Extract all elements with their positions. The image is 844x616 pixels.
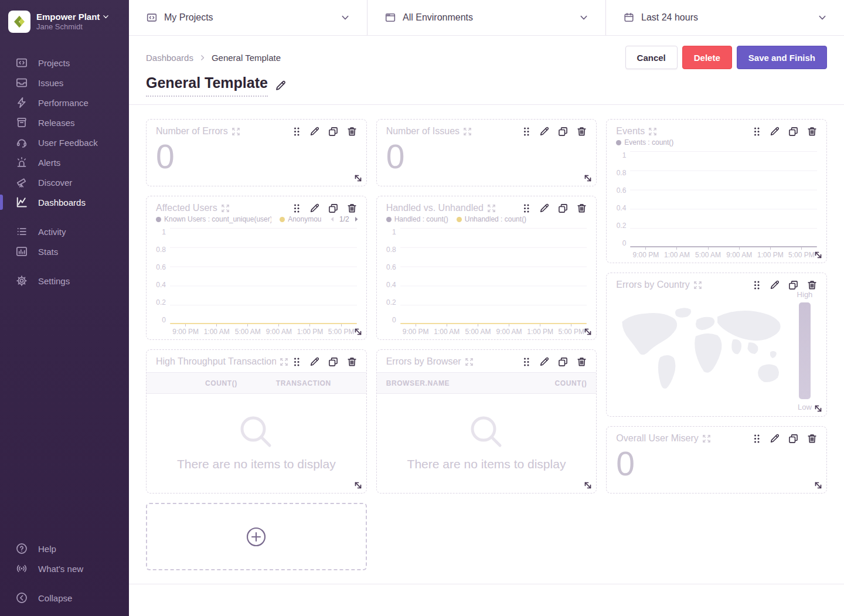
drag-handle-icon[interactable] xyxy=(753,280,761,290)
duplicate-widget-icon[interactable] xyxy=(558,203,568,213)
sidebar-item-whats-new[interactable]: What's new xyxy=(0,559,129,578)
edit-widget-icon[interactable] xyxy=(770,127,780,137)
edit-widget-icon[interactable] xyxy=(539,357,549,367)
delete-button[interactable]: Delete xyxy=(682,46,732,69)
drag-handle-icon[interactable] xyxy=(292,127,301,137)
expand-icon[interactable] xyxy=(280,358,288,366)
duplicate-widget-icon[interactable] xyxy=(558,127,568,137)
column-header[interactable]: COUNT() xyxy=(205,379,237,387)
edit-title-pencil-icon[interactable] xyxy=(275,80,286,91)
legend-item[interactable]: Known Users : count_unique(user) xyxy=(156,215,271,223)
environment-filter[interactable]: All Environments xyxy=(367,0,605,35)
sidebar-collapse-button[interactable]: Collapse xyxy=(0,588,129,608)
edit-widget-icon[interactable] xyxy=(539,127,549,137)
resize-handle-icon[interactable] xyxy=(583,173,593,183)
delete-widget-icon[interactable] xyxy=(807,127,817,137)
legend-next-icon[interactable] xyxy=(353,216,359,222)
date-range-filter[interactable]: Last 24 hours xyxy=(605,0,844,35)
sidebar-item-help[interactable]: Help xyxy=(0,539,129,559)
legend-item[interactable]: Anonymou xyxy=(280,215,321,223)
drag-handle-icon[interactable] xyxy=(292,203,301,213)
sidebar-item-alerts[interactable]: Alerts xyxy=(0,152,129,172)
project-filter-value: My Projects xyxy=(164,12,213,23)
sidebar-item-issues[interactable]: Issues xyxy=(0,73,129,93)
org-switcher[interactable]: Empower Plant Jane Schmidt xyxy=(0,6,129,39)
widget-value: 0 xyxy=(147,137,366,173)
expand-icon[interactable] xyxy=(488,205,495,212)
duplicate-widget-icon[interactable] xyxy=(328,357,338,367)
expand-icon[interactable] xyxy=(649,128,656,135)
handled-line-chart: 10.80.60.40.20 9:00 PM 1:00 AM 5:00 AM 9… xyxy=(377,223,597,339)
resize-handle-icon[interactable] xyxy=(814,481,823,490)
cancel-button[interactable]: Cancel xyxy=(625,46,678,69)
sidebar-item-dashboards[interactable]: Dashboards xyxy=(0,192,129,212)
drag-handle-icon[interactable] xyxy=(292,357,301,367)
column-header[interactable]: BROWSER.NAME xyxy=(386,379,450,387)
x-tick-label: 9:00 AM xyxy=(726,251,752,259)
column-header[interactable]: TRANSACTION xyxy=(276,379,331,387)
resize-handle-icon[interactable] xyxy=(583,481,593,490)
resize-handle-icon[interactable] xyxy=(353,481,363,490)
edit-widget-icon[interactable] xyxy=(770,280,780,290)
sidebar-item-releases[interactable]: Releases xyxy=(0,113,129,132)
expand-icon[interactable] xyxy=(703,435,710,443)
chevron-down-icon xyxy=(103,13,109,20)
delete-widget-icon[interactable] xyxy=(577,357,587,367)
edit-widget-icon[interactable] xyxy=(539,203,549,213)
duplicate-widget-icon[interactable] xyxy=(788,280,798,290)
legend-item[interactable]: Handled : count() xyxy=(386,215,448,223)
series-color-dot xyxy=(280,217,285,222)
duplicate-widget-icon[interactable] xyxy=(788,434,798,444)
edit-widget-icon[interactable] xyxy=(309,357,319,367)
drag-handle-icon[interactable] xyxy=(522,357,530,367)
resize-handle-icon[interactable] xyxy=(353,327,363,336)
delete-widget-icon[interactable] xyxy=(577,127,587,137)
sidebar-item-user-feedback[interactable]: User Feedback xyxy=(0,132,129,152)
collapse-icon xyxy=(15,591,28,604)
delete-widget-icon[interactable] xyxy=(577,203,587,213)
duplicate-widget-icon[interactable] xyxy=(558,357,568,367)
expand-icon[interactable] xyxy=(465,358,473,366)
edit-widget-icon[interactable] xyxy=(309,203,319,213)
y-tick-label: 1 xyxy=(622,151,627,159)
delete-widget-icon[interactable] xyxy=(807,280,817,290)
sidebar-item-activity[interactable]: Activity xyxy=(0,222,129,241)
breadcrumb-dashboards-link[interactable]: Dashboards xyxy=(146,53,193,63)
drag-handle-icon[interactable] xyxy=(522,203,530,213)
legend-item[interactable]: Unhandled : count() xyxy=(457,215,526,223)
save-and-finish-button[interactable]: Save and Finish xyxy=(737,46,827,69)
expand-icon[interactable] xyxy=(222,205,229,212)
sidebar-item-discover[interactable]: Discover xyxy=(0,172,129,192)
environment-icon xyxy=(385,12,396,23)
resize-handle-icon[interactable] xyxy=(353,173,363,183)
drag-handle-icon[interactable] xyxy=(522,127,530,137)
edit-widget-icon[interactable] xyxy=(309,127,319,137)
legend-prev-icon[interactable] xyxy=(329,216,335,222)
expand-icon[interactable] xyxy=(464,128,471,135)
duplicate-widget-icon[interactable] xyxy=(328,127,338,137)
add-widget-tile[interactable] xyxy=(146,503,367,570)
sidebar-item-settings[interactable]: Settings xyxy=(0,271,129,291)
resize-handle-icon[interactable] xyxy=(814,404,823,413)
resize-handle-icon[interactable] xyxy=(583,327,593,336)
expand-icon[interactable] xyxy=(694,281,702,289)
sidebar-item-stats[interactable]: Stats xyxy=(0,241,129,261)
drag-handle-icon[interactable] xyxy=(753,434,761,444)
sidebar-item-performance[interactable]: Performance xyxy=(0,93,129,113)
org-logo xyxy=(8,11,30,33)
edit-widget-icon[interactable] xyxy=(770,434,780,444)
project-filter[interactable]: My Projects xyxy=(129,0,367,35)
column-header[interactable]: COUNT() xyxy=(554,379,587,387)
y-tick-label: 0.4 xyxy=(386,281,396,289)
delete-widget-icon[interactable] xyxy=(347,127,357,137)
delete-widget-icon[interactable] xyxy=(347,357,357,367)
duplicate-widget-icon[interactable] xyxy=(328,203,338,213)
drag-handle-icon[interactable] xyxy=(753,127,761,137)
expand-icon[interactable] xyxy=(232,128,240,135)
duplicate-widget-icon[interactable] xyxy=(788,127,798,137)
legend-item[interactable]: Events : count() xyxy=(616,138,673,147)
delete-widget-icon[interactable] xyxy=(807,434,817,444)
resize-handle-icon[interactable] xyxy=(814,250,823,260)
sidebar-item-projects[interactable]: Projects xyxy=(0,53,129,73)
delete-widget-icon[interactable] xyxy=(347,203,357,213)
